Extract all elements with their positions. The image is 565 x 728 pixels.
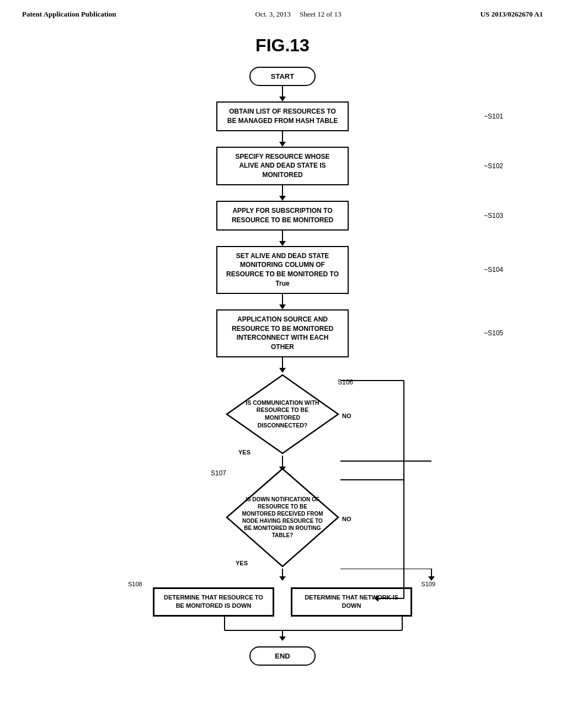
s106-no-label: NO — [342, 413, 351, 419]
end-shape: END — [249, 646, 316, 666]
diagram-area: FIG.13 START OBTAIN LIST OF RESOURCES TO… — [0, 24, 565, 666]
vline — [282, 357, 283, 368]
s107-diamond-row: IS DOWN NOTIFICATION OF RESOURCE TO BE M… — [89, 467, 476, 569]
s104-label: ~S104 — [484, 266, 503, 274]
s109-row: DETERMINE THAT NETWORK IS DOWN S109 — [291, 587, 412, 617]
header-date: Oct. 3, 2013 — [255, 10, 291, 18]
s106-text: IS COMMUNICATION WITH RESOURCE TO BE MON… — [241, 399, 324, 430]
vline — [282, 131, 283, 142]
bottom-boxes-row: DETERMINE THAT RESOURCE TO BE MONITORED … — [89, 587, 476, 617]
s105-label: ~S105 — [484, 329, 503, 337]
connector-4 — [279, 231, 286, 246]
s106-connectors — [89, 456, 476, 467]
arrow-down — [279, 304, 286, 309]
s102-box: SPECIFY RESOURCE WHOSE ALIVE AND DEAD ST… — [216, 147, 349, 185]
header-patent-number: US 2013/0262670 A1 — [481, 10, 543, 19]
s108-step-label: S108 — [128, 581, 142, 587]
s107-step-label: S107 — [211, 469, 226, 477]
arrow-down — [279, 368, 286, 373]
s109-box: DETERMINE THAT NETWORK IS DOWN — [291, 587, 412, 617]
start-row: START — [89, 67, 476, 86]
vline — [282, 185, 283, 196]
s103-label: ~S103 — [484, 212, 503, 220]
svg-marker-7 — [428, 576, 435, 581]
s109-col: DETERMINE THAT NETWORK IS DOWN S109 — [291, 587, 412, 617]
merge-svg — [89, 617, 476, 644]
bottom-connector-svg — [89, 569, 476, 585]
s108-box: DETERMINE THAT RESOURCE TO BE MONITORED … — [153, 587, 274, 617]
s103-box: APPLY FOR SUBSCRIPTION TO RESOURCE TO BE… — [216, 201, 349, 231]
page-header: Patent Application Publication Oct. 3, 2… — [0, 0, 565, 24]
svg-marker-12 — [279, 636, 286, 641]
s101-row: OBTAIN LIST OF RESOURCES TO BE MANAGED F… — [89, 101, 476, 131]
s101-box: OBTAIN LIST OF RESOURCES TO BE MANAGED F… — [216, 101, 349, 131]
vline — [282, 86, 283, 97]
s109-step-label: S109 — [421, 581, 435, 587]
end-row: END — [89, 646, 476, 666]
s104-row: SET ALIVE AND DEAD STATE MONITORING COLU… — [89, 246, 476, 294]
s107-text: IS DOWN NOTIFICATION OF RESOURCE TO BE M… — [242, 496, 323, 539]
s102-row: SPECIFY RESOURCE WHOSE ALIVE AND DEAD ST… — [89, 147, 476, 185]
s102-label: ~S102 — [484, 162, 503, 170]
s106-yes-label: YES — [238, 449, 250, 456]
flowchart: START OBTAIN LIST OF RESOURCES TO BE MAN… — [89, 67, 476, 666]
arrow-down — [279, 142, 286, 147]
figure-title: FIG.13 — [255, 35, 310, 56]
header-sheet: Sheet 12 of 13 — [300, 10, 341, 18]
s108-col: DETERMINE THAT RESOURCE TO BE MONITORED … — [153, 587, 274, 617]
s106-step-label: S106 — [338, 378, 353, 386]
s107-yes-label: YES — [236, 560, 248, 566]
s107-diamond: IS DOWN NOTIFICATION OF RESOURCE TO BE M… — [225, 467, 340, 569]
s106-diamond: IS COMMUNICATION WITH RESOURCE TO BE MON… — [225, 373, 340, 456]
vline — [282, 294, 283, 305]
merge-connectors — [89, 617, 476, 646]
header-publication: Patent Application Publication — [22, 10, 116, 19]
connector-1 — [279, 86, 286, 101]
connector-5 — [279, 294, 286, 309]
svg-marker-4 — [279, 576, 286, 581]
arrow-down — [279, 241, 286, 246]
s106-diamond-row: IS COMMUNICATION WITH RESOURCE TO BE MON… — [89, 373, 476, 456]
connector-6 — [279, 357, 286, 373]
arrow-down — [279, 196, 286, 201]
s105-box: APPLICATION SOURCE AND RESOURCE TO BE MO… — [216, 309, 349, 357]
start-shape: START — [249, 67, 316, 86]
s107-no-label: NO — [342, 516, 351, 522]
bottom-connectors — [89, 569, 476, 587]
connector-2 — [279, 131, 286, 147]
s104-box: SET ALIVE AND DEAD STATE MONITORING COLU… — [216, 246, 349, 294]
header-date-sheet: Oct. 3, 2013 Sheet 12 of 13 — [255, 10, 342, 19]
s105-row: APPLICATION SOURCE AND RESOURCE TO BE MO… — [89, 309, 476, 357]
vline — [282, 456, 283, 467]
connector-3 — [279, 185, 286, 201]
s108-row: DETERMINE THAT RESOURCE TO BE MONITORED … — [153, 587, 274, 617]
vline — [282, 231, 283, 242]
arrow-down — [279, 97, 286, 101]
s101-label: ~S101 — [484, 113, 503, 120]
s103-row: APPLY FOR SUBSCRIPTION TO RESOURCE TO BE… — [89, 201, 476, 231]
